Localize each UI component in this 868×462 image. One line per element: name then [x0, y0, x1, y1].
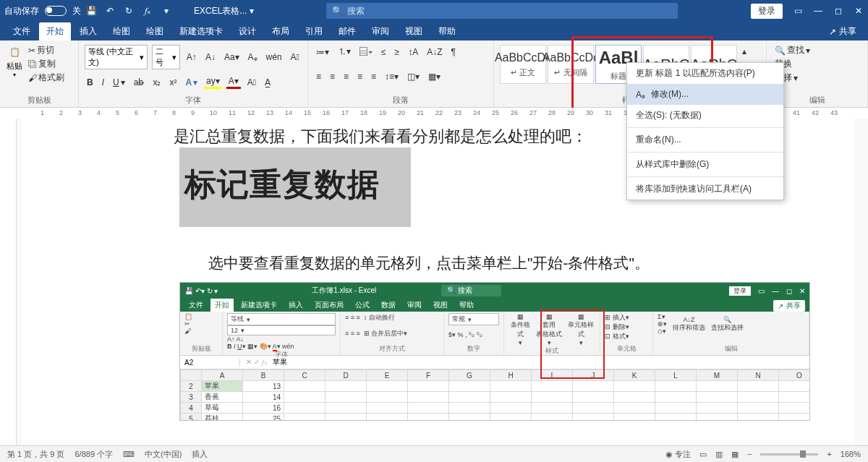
status-page[interactable]: 第 1 页，共 9 页 — [7, 449, 64, 460]
phonetic-button[interactable]: wén — [264, 51, 284, 63]
save-icon: 💾 — [184, 287, 193, 295]
shading-button[interactable]: ◫▾ — [405, 71, 422, 82]
paste-button[interactable]: 📋 粘贴 ▾ — [6, 43, 23, 85]
highlight-button[interactable]: ay▾ — [204, 75, 222, 89]
align-center-button[interactable]: ≡ — [328, 71, 337, 82]
ribbon-display-icon[interactable]: ▭ — [793, 6, 803, 16]
undo-icon[interactable]: ↶ — [104, 5, 116, 17]
xl-search: 🔍 搜索 — [441, 285, 501, 296]
tab-help[interactable]: 帮助 — [431, 22, 463, 40]
tab-mailings[interactable]: 邮件 — [331, 22, 363, 40]
superscript-button[interactable]: x² — [167, 77, 179, 88]
align-left-button[interactable]: ≡ — [314, 71, 323, 82]
separator — [627, 152, 783, 153]
styles-up-button[interactable]: ▴ — [740, 46, 751, 57]
tab-layout[interactable]: 布局 — [265, 22, 297, 40]
status-words[interactable]: 6/889 个字 — [75, 449, 113, 460]
focus-button[interactable]: ◉ 专注 — [665, 449, 691, 460]
fx-icon[interactable]: 𝑓ₓ — [142, 5, 153, 17]
tab-view[interactable]: 视图 — [398, 22, 430, 40]
format-painter-button[interactable]: 🖌格式刷 — [26, 71, 67, 85]
italic-button[interactable]: I — [100, 77, 106, 88]
group-title: 段落 — [314, 95, 488, 106]
vertical-ruler[interactable] — [0, 119, 17, 446]
view-read-icon[interactable]: ▭ — [699, 450, 707, 459]
zoom-out-button[interactable]: − — [747, 450, 752, 458]
login-button[interactable]: 登录 — [751, 4, 783, 19]
tab-home[interactable]: 开始 — [39, 22, 71, 40]
redo-icon: ↻ — [207, 287, 213, 295]
tab-file[interactable]: 文件 — [6, 22, 38, 40]
sort-button[interactable]: A↓Z — [425, 46, 444, 58]
increase-indent-button[interactable]: ≥ — [393, 46, 402, 58]
style-tile-normal[interactable]: AaBbCcDc↵ 正文 — [500, 45, 546, 84]
copy-button[interactable]: ⿻复制 — [26, 57, 67, 71]
save-icon[interactable]: 💾 — [85, 5, 97, 17]
ctx-remove[interactable]: 从样式库中删除(G) — [627, 154, 783, 175]
zoom-level[interactable]: 168% — [841, 450, 861, 458]
ctx-modify[interactable]: Aᵩ修改(M)... — [627, 84, 783, 105]
tab-custom[interactable]: 新建选项卡 — [172, 22, 230, 40]
ctx-update-match[interactable]: 更新 标题 1 以匹配所选内容(P) — [627, 63, 783, 84]
body-line-2: 选中要查看重复数据的单元格列，点击菜单栏上"开始-条件格式"。 — [208, 253, 650, 273]
text-direction-button[interactable]: ↕A — [406, 46, 420, 58]
search-input[interactable]: 🔍 搜索 — [326, 3, 678, 19]
char-shading-button[interactable]: A⃞ — [245, 77, 258, 88]
view-web-icon[interactable]: ▦ — [731, 450, 739, 459]
borders-button[interactable]: ▦▾ — [426, 71, 443, 82]
font-size-combo[interactable]: 二号▾ — [152, 45, 180, 69]
tab-references[interactable]: 引用 — [298, 22, 330, 40]
distribute-button[interactable]: ≡ — [369, 71, 378, 82]
redo-icon[interactable]: ↻ — [123, 5, 135, 17]
char-border-button[interactable]: A̲ — [263, 77, 273, 88]
text-effects-button[interactable]: A▾ — [183, 77, 200, 88]
tab-design[interactable]: 设计 — [231, 22, 263, 40]
zoom-slider[interactable] — [760, 453, 818, 455]
cut-button[interactable]: ✂剪切 — [26, 43, 67, 57]
bold-button[interactable]: B — [85, 77, 95, 88]
maximize-icon[interactable]: ◻ — [833, 6, 843, 16]
select-button[interactable]: 选择▾ — [773, 71, 861, 85]
bullets-button[interactable]: ≔▾ — [314, 46, 331, 58]
line-spacing-button[interactable]: ↕≡▾ — [383, 71, 401, 82]
qat-more-icon[interactable]: ▾ — [161, 5, 172, 17]
view-print-icon[interactable]: ▥ — [715, 450, 723, 459]
replace-button[interactable]: 替换 — [773, 57, 861, 71]
tab-insert[interactable]: 插入 — [72, 22, 104, 40]
strike-button[interactable]: ab̶ — [132, 77, 147, 88]
clear-format-button[interactable]: Aᵩ — [246, 51, 260, 63]
subscript-button[interactable]: x₂ — [150, 77, 163, 88]
autosave-toggle[interactable]: 自动保存 关 — [4, 5, 81, 17]
font-family-combo[interactable]: 等线 (中文正文)▾ — [85, 45, 148, 69]
ctx-rename[interactable]: 重命名(N)... — [627, 129, 783, 150]
tab-draw[interactable]: 绘图 — [106, 22, 137, 40]
justify-button[interactable]: ≡ — [355, 71, 365, 82]
change-case-button[interactable]: Aa▾ — [222, 51, 242, 63]
close-icon[interactable]: ✕ — [854, 6, 864, 16]
spellcheck-icon[interactable]: ⌨ — [123, 450, 135, 459]
zoom-in-button[interactable]: + — [827, 450, 831, 458]
underline-button[interactable]: U▾ — [111, 77, 127, 88]
status-lang[interactable]: 中文(中国) — [145, 449, 182, 460]
align-right-button[interactable]: ≡ — [341, 71, 351, 82]
numbering-button[interactable]: ⒈▾ — [336, 45, 353, 59]
ctx-add-qat[interactable]: 将库添加到快速访问工具栏(A) — [627, 179, 783, 200]
quick-access-toolbar: 💾 ↶ ↻ 𝑓ₓ ▾ — [85, 5, 172, 17]
multilist-button[interactable]: ⿳▾ — [357, 46, 375, 58]
show-marks-button[interactable]: ¶ — [449, 46, 458, 58]
style-tile-nospacing[interactable]: AaBbCcDc↵ 无间隔 — [548, 45, 594, 84]
group-font: 等线 (中文正文)▾ 二号▾ A↑ A↓ Aa▾ Aᵩ wén A⃝ B I U… — [79, 40, 308, 107]
share-button[interactable]: ↗ 共享 — [823, 22, 862, 40]
grow-font-button[interactable]: A↑ — [184, 51, 199, 63]
tab-draw2[interactable]: 绘图 — [139, 22, 171, 40]
decrease-indent-button[interactable]: ≤ — [379, 46, 388, 58]
enclose-button[interactable]: A⃝ — [289, 51, 302, 63]
tab-review[interactable]: 审阅 — [365, 22, 396, 40]
font-color-button[interactable]: A▾ — [226, 75, 241, 89]
find-button[interactable]: 🔍查找▾ — [773, 43, 861, 57]
shrink-font-button[interactable]: A↓ — [203, 51, 218, 63]
ctx-select-all[interactable]: 全选(S): (无数据) — [627, 105, 783, 126]
chevron-down-icon: ▾ — [172, 53, 176, 62]
minimize-icon[interactable]: — — [813, 6, 823, 16]
xl-tab-layout: 页面布局 — [310, 299, 348, 312]
